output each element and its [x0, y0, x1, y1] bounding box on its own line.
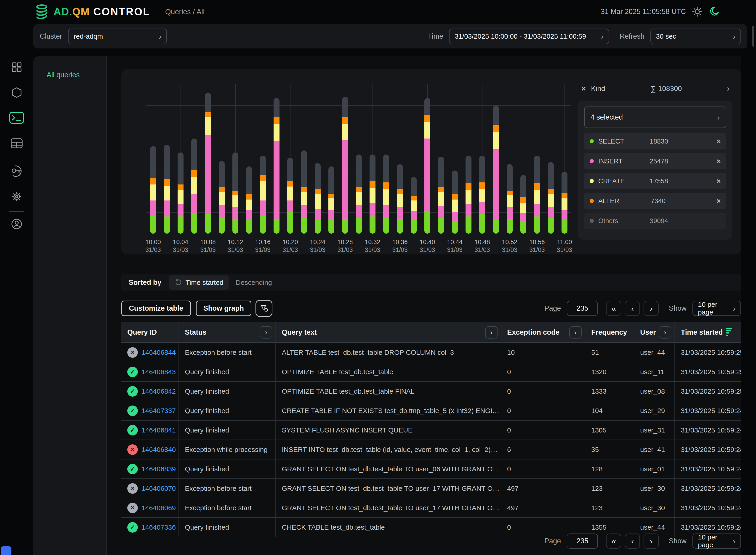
- vertical-scrollbar[interactable]: [752, 26, 754, 47]
- breadcrumb[interactable]: Queries / All: [165, 7, 205, 16]
- chart-x-axis: 10:0031/0310:0431/0310:0831/0310:1231/03…: [146, 238, 571, 256]
- bar-10:50[interactable]: [489, 84, 503, 233]
- bar-10:24[interactable]: [311, 84, 324, 233]
- corner-widget[interactable]: [1, 546, 11, 555]
- bar-10:32[interactable]: [366, 84, 380, 233]
- query-id-link[interactable]: 146406069: [141, 504, 176, 512]
- bar-10:18[interactable]: [270, 84, 283, 233]
- legend-row-select[interactable]: SELECT18830×: [584, 133, 726, 150]
- bar-10:20[interactable]: [283, 84, 297, 233]
- cell-query-id: ✓146406842: [121, 382, 179, 401]
- legend-remove-icon[interactable]: ×: [716, 197, 721, 205]
- sidebar-item-queries-active[interactable]: [0, 112, 33, 124]
- query-id-link[interactable]: 146406841: [141, 426, 176, 434]
- status-filter-button[interactable]: ›: [260, 326, 272, 339]
- chevron-right-icon[interactable]: ›: [727, 84, 730, 93]
- header-status: Status›: [179, 322, 276, 343]
- bar-segment-insert: [493, 149, 499, 220]
- bar-10:48[interactable]: [475, 84, 489, 233]
- bar-segment-alter: [328, 194, 335, 199]
- query-id-link[interactable]: 146406843: [141, 368, 176, 376]
- time-range-select[interactable]: 31/03/2025 10:00:00 - 31/03/2025 11:00:5…: [449, 29, 609, 44]
- dark-theme-button[interactable]: [708, 6, 719, 17]
- bar-10:54[interactable]: [517, 84, 530, 233]
- sidebar-item-settings[interactable]: [0, 190, 33, 203]
- bar-10:06[interactable]: [187, 84, 201, 233]
- bar-stack: [452, 171, 458, 233]
- first-page-button[interactable]: «: [606, 533, 621, 549]
- legend-row-insert[interactable]: INSERT25478×: [584, 153, 726, 169]
- sidebar-item-tables[interactable]: [0, 138, 33, 148]
- kind-selected-dropdown[interactable]: 4 selected ›: [584, 106, 726, 128]
- bar-10:42[interactable]: [434, 84, 448, 233]
- exception-code-filter-button[interactable]: ›: [569, 326, 582, 339]
- sort-direction[interactable]: Descending: [236, 279, 272, 287]
- bar-10:44[interactable]: [448, 84, 462, 233]
- bar-10:28[interactable]: [338, 84, 352, 233]
- user-filter-button[interactable]: ›: [659, 326, 671, 339]
- previous-page-button[interactable]: ‹: [625, 533, 640, 549]
- bar-10:14[interactable]: [242, 84, 256, 233]
- previous-page-button[interactable]: ‹: [625, 301, 640, 316]
- refresh-select[interactable]: 30 sec ›: [651, 29, 741, 44]
- customize-table-button[interactable]: Customize table: [121, 301, 191, 316]
- bar-10:30[interactable]: [352, 84, 366, 233]
- sidebar-item-dashboard[interactable]: [0, 62, 33, 73]
- legend-row-others[interactable]: Others39094: [584, 213, 726, 229]
- bar-10:38[interactable]: [407, 84, 420, 233]
- bar-11:00[interactable]: [558, 84, 571, 233]
- bar-10:12[interactable]: [228, 84, 242, 233]
- bar-segment-alter: [191, 170, 197, 177]
- remove-kind-filter-icon[interactable]: ×: [581, 85, 586, 93]
- page-input[interactable]: [567, 533, 598, 549]
- legend-remove-icon[interactable]: ×: [716, 137, 721, 145]
- next-page-button[interactable]: ›: [643, 533, 659, 549]
- bar-10:58[interactable]: [544, 84, 558, 233]
- query-id-link[interactable]: 146406840: [141, 446, 176, 454]
- bar-segment-create: [562, 199, 568, 210]
- legend-remove-icon[interactable]: ×: [716, 177, 721, 185]
- legend-row-create[interactable]: CREATE17558×: [584, 173, 726, 189]
- light-theme-button[interactable]: [692, 6, 703, 17]
- query-id-link[interactable]: 146406842: [141, 387, 176, 395]
- per-page-select[interactable]: 10 per page›: [693, 301, 741, 316]
- sidebar-item-cluster[interactable]: [0, 87, 33, 98]
- query-id-link[interactable]: 146406839: [141, 465, 176, 473]
- bar-10:26[interactable]: [324, 84, 338, 233]
- bar-10:46[interactable]: [462, 84, 475, 233]
- bar-stack: [534, 156, 540, 233]
- sidebar-item-access-keys[interactable]: [0, 165, 33, 177]
- top-bar: AD.QM CONTROL Queries / All 31 Mar 2025 …: [0, 0, 756, 23]
- page-input[interactable]: [567, 301, 598, 316]
- per-page-select[interactable]: 10 per page›: [693, 533, 741, 549]
- query-id-link[interactable]: 146406070: [141, 484, 176, 493]
- bar-10:22[interactable]: [297, 84, 311, 233]
- query-id-link[interactable]: 146407336: [141, 523, 176, 531]
- legend-row-alter[interactable]: ALTER7340×: [584, 193, 726, 209]
- query-id-link[interactable]: 146407337: [141, 407, 176, 415]
- sort-field-pill[interactable]: Time started: [169, 275, 229, 290]
- bar-10:56[interactable]: [530, 84, 544, 233]
- bar-10:02[interactable]: [160, 84, 174, 233]
- query-id-link[interactable]: 146406844: [141, 349, 176, 356]
- query-text-filter-button[interactable]: ›: [485, 326, 497, 339]
- sidebar-item-profile[interactable]: [0, 218, 33, 230]
- bar-segment-create: [328, 199, 335, 210]
- header-time-started[interactable]: Time started: [675, 322, 741, 343]
- bar-10:34[interactable]: [380, 84, 393, 233]
- first-page-button[interactable]: «: [606, 301, 621, 316]
- bar-10:00[interactable]: [146, 84, 160, 233]
- bar-10:36[interactable]: [393, 84, 407, 233]
- bar-10:10[interactable]: [215, 84, 228, 233]
- show-graph-button[interactable]: Show graph: [196, 301, 252, 316]
- legend-remove-icon[interactable]: ×: [716, 157, 721, 166]
- nav-item-all-queries[interactable]: All queries: [47, 71, 106, 79]
- bar-10:52[interactable]: [503, 84, 517, 233]
- reset-filters-button[interactable]: [256, 300, 272, 317]
- bar-10:04[interactable]: [174, 84, 187, 233]
- bar-10:40[interactable]: [420, 84, 434, 233]
- cluster-select[interactable]: red-adqm ›: [68, 29, 167, 44]
- next-page-button[interactable]: ›: [643, 301, 659, 316]
- bar-10:08[interactable]: [201, 84, 215, 233]
- bar-10:16[interactable]: [256, 84, 270, 233]
